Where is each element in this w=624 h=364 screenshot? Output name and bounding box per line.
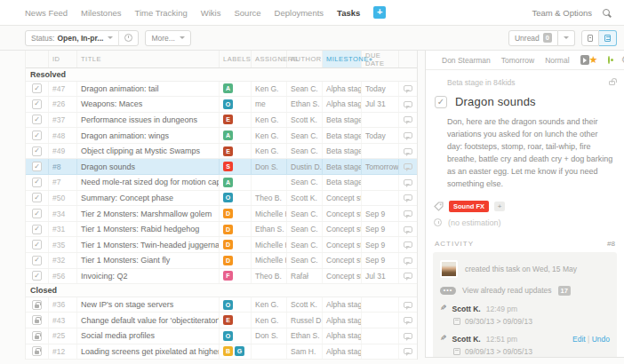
row-checkbox[interactable]: ✓ <box>32 162 42 171</box>
team-options-link[interactable]: Team & Options <box>532 8 592 18</box>
task-row-50[interactable]: ✓#50Summary: Concept phaseOTheo B.Scott … <box>26 191 417 207</box>
unread-dropdown-button[interactable] <box>558 30 575 46</box>
comment-icon[interactable] <box>404 179 412 186</box>
edit-link[interactable]: Edit <box>572 335 586 344</box>
gear-icon[interactable]: ⚙ <box>620 55 624 65</box>
task-row-47[interactable]: ✓#47Dragon animation: tailAKen G.Sean C.… <box>26 82 417 98</box>
comment-icon[interactable] <box>404 85 412 91</box>
comment-icon[interactable] <box>404 163 412 170</box>
label-chip[interactable]: A <box>223 131 233 140</box>
column-header-author[interactable]: AUTHOR <box>287 51 323 67</box>
row-checkbox[interactable]: ✓ <box>32 256 42 265</box>
nav-item-news-feed[interactable]: News Feed <box>25 8 68 18</box>
detail-priority[interactable]: Normal <box>545 56 569 65</box>
column-header-labels[interactable]: LABELS <box>220 51 252 67</box>
comment-icon[interactable] <box>404 348 412 354</box>
detail-project[interactable]: 84kids <box>493 78 516 87</box>
comment-icon[interactable] <box>404 132 412 138</box>
add-task-button[interactable]: + <box>373 6 386 19</box>
label-chip[interactable]: E <box>223 315 233 325</box>
comment-icon[interactable] <box>404 116 412 123</box>
label-chip[interactable]: A <box>223 178 233 187</box>
row-checkbox[interactable]: ✓ <box>32 131 42 140</box>
undo-link[interactable]: Undo <box>592 335 610 344</box>
task-row-32[interactable]: ✓#32Tier 1 Monsters: Giant flyDMichelle … <box>26 253 417 269</box>
comment-icon[interactable] <box>404 333 412 339</box>
detail-author[interactable]: Don Stearman <box>442 56 491 65</box>
column-header-title[interactable]: TITLE <box>77 51 220 67</box>
label-chip[interactable]: D <box>223 256 233 265</box>
label-chip[interactable]: E <box>223 146 233 156</box>
label-chip[interactable]: S <box>223 162 233 171</box>
label-chip[interactable]: G <box>235 346 244 356</box>
label-chip[interactable]: O <box>223 193 233 202</box>
column-header-milestone[interactable]: MILESTONE <box>323 51 362 67</box>
task-row-31[interactable]: ✓#31Tier 1 Monsters: Rabid hedgehogDEtha… <box>26 222 417 238</box>
row-checkbox[interactable]: ✓ <box>32 209 42 218</box>
row-checkbox[interactable]: ✓ <box>32 271 42 281</box>
task-row-37[interactable]: ✓#37Performance issues in dungeonsEKen G… <box>26 113 417 129</box>
recent-filter-icon[interactable] <box>124 34 132 42</box>
column-header-due-date[interactable]: DUE DATE <box>362 51 399 67</box>
row-checkbox[interactable]: ✓ <box>32 146 42 156</box>
task-row-7[interactable]: ✓#7Need mole-rat sized dog for motion ca… <box>26 175 417 191</box>
play-icon[interactable] <box>580 55 589 65</box>
task-row-8[interactable]: ✓#8Dragon soundsSDon S.Dustin D.Beta sta… <box>26 159 417 175</box>
lock-icon[interactable] <box>32 315 42 325</box>
row-checkbox[interactable]: ✓ <box>32 178 42 187</box>
more-filter-button[interactable]: More... <box>145 30 190 46</box>
nav-item-source[interactable]: Source <box>235 8 261 18</box>
estimation-text[interactable]: (no estimation) <box>448 218 501 227</box>
detail-milestone[interactable]: Beta stage <box>447 78 484 87</box>
column-header-id[interactable]: ID <box>49 51 77 67</box>
label-chip[interactable]: B <box>223 346 233 356</box>
label-chip[interactable]: O <box>223 331 233 341</box>
label-chip[interactable]: D <box>223 209 233 218</box>
label-chip[interactable]: O <box>223 99 233 109</box>
label-chip[interactable]: D <box>223 240 233 249</box>
nav-item-time-tracking[interactable]: Time Tracking <box>134 8 187 18</box>
status-filter-button[interactable]: Status: Open, In-pr... <box>25 30 139 46</box>
search-icon[interactable] <box>603 9 610 16</box>
comment-icon[interactable] <box>404 257 412 264</box>
row-checkbox[interactable]: ✓ <box>32 225 42 234</box>
comment-icon[interactable] <box>404 317 412 323</box>
comment-icon[interactable] <box>404 302 412 308</box>
task-row-49[interactable]: ✓#49Object clipping at Mystic SwampsEKen… <box>26 144 417 160</box>
unlocked-icon[interactable] <box>609 81 615 85</box>
comment-icon[interactable] <box>404 226 412 233</box>
lock-icon[interactable] <box>32 331 42 341</box>
comment-icon[interactable] <box>404 210 412 217</box>
task-row-36[interactable]: #36New IP's on stage serversOKen G.Scott… <box>26 297 417 313</box>
label-chip[interactable]: F <box>223 271 233 281</box>
unread-button[interactable]: Unread 0 <box>508 30 558 46</box>
list-view-toggle[interactable] <box>581 30 599 46</box>
task-row-48[interactable]: ✓#48Dragon animation: wingsAKen G.Sean C… <box>26 128 417 144</box>
lock-icon[interactable] <box>32 300 42 310</box>
read-updates-link[interactable]: View already read updates <box>462 286 552 295</box>
ellipsis-icon[interactable]: ••• <box>440 287 456 295</box>
row-checkbox[interactable]: ✓ <box>32 83 42 93</box>
row-checkbox[interactable]: ✓ <box>32 240 42 249</box>
label-chip[interactable]: A <box>223 83 233 93</box>
star-icon[interactable]: ★ <box>589 55 598 65</box>
nav-item-milestones[interactable]: Milestones <box>81 8 121 18</box>
detail-due-date[interactable]: Tomorrow <box>501 56 534 65</box>
task-row-56[interactable]: ✓#56Invoicing: Q2FTheo B.RafałConcept st… <box>26 269 417 285</box>
comment-icon[interactable] <box>404 148 412 154</box>
task-row-43[interactable]: #43Change default value for 'objectitera… <box>26 313 417 328</box>
row-checkbox[interactable]: ✓ <box>32 115 42 124</box>
nav-item-deployments[interactable]: Deployments <box>275 8 324 18</box>
add-tag-button[interactable]: + <box>494 202 505 211</box>
label-chip[interactable]: E <box>223 115 233 124</box>
task-row-25[interactable]: #25Social media profilesODon S.Ethan S.A… <box>26 328 417 344</box>
label-chip[interactable]: D <box>223 225 233 234</box>
comment-icon[interactable] <box>404 101 412 107</box>
detail-view-toggle[interactable] <box>599 30 617 46</box>
follow-icon[interactable] <box>608 56 610 64</box>
label-chip[interactable]: O <box>223 300 233 310</box>
task-checkbox[interactable]: ✓ <box>435 96 447 108</box>
task-row-35[interactable]: ✓#35Tier 1 Monsters: Twin-headed juggern… <box>26 237 417 253</box>
comment-icon[interactable] <box>404 194 412 201</box>
comment-icon[interactable] <box>404 241 412 248</box>
